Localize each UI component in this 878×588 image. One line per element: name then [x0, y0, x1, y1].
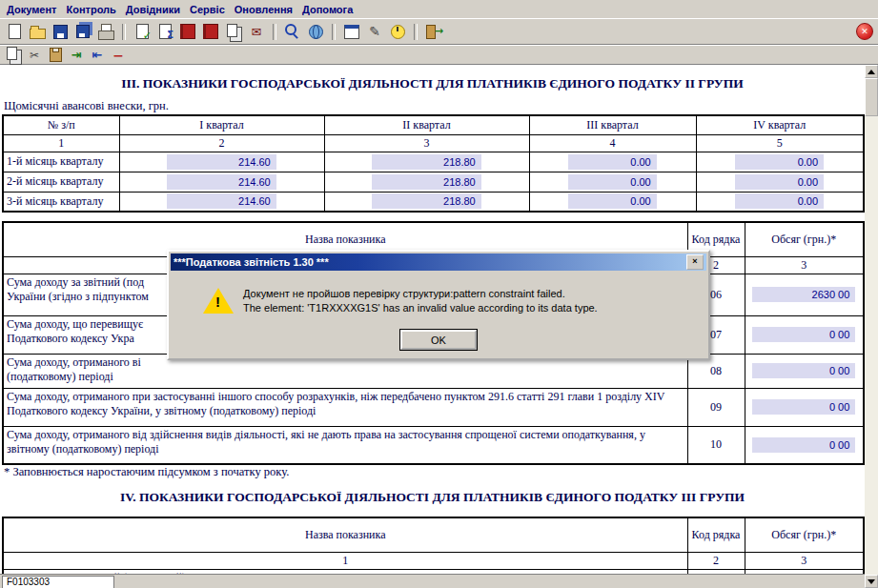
amount-field[interactable]: 214.60 [167, 193, 276, 209]
edit-icon[interactable] [365, 22, 384, 41]
amount-field[interactable]: 218.80 [372, 193, 480, 209]
t3-header-cell: Код рядка [687, 517, 745, 552]
registers-icon[interactable] [178, 22, 197, 41]
menu-item-control[interactable]: Контроль [64, 2, 123, 17]
reference-book-icon[interactable] [201, 22, 220, 41]
dialog-message-line1: Документ не пройшов перевірку структури:… [243, 287, 598, 301]
vertical-scrollbar[interactable] [865, 65, 878, 588]
row-label: Сума доходу, отриманого від здійснення в… [3, 426, 687, 464]
form-tab[interactable]: F0103303 [2, 576, 114, 588]
t1-colnum: 2 [119, 134, 324, 152]
t1-header-cell: III квартал [529, 115, 696, 134]
exit-icon[interactable] [424, 22, 443, 41]
amount-field[interactable]: 0 00 [752, 327, 855, 342]
amount-field[interactable]: 0.00 [568, 193, 656, 209]
insert-row-icon[interactable] [89, 47, 106, 63]
ok-button[interactable]: OK [400, 330, 477, 350]
menu-item-document[interactable]: Документ [5, 2, 64, 17]
table-row: 1-й місяць кварталу 214.60 218.80 0.00 0… [3, 152, 864, 172]
properties-icon[interactable] [342, 22, 361, 41]
scroll-down-icon[interactable] [865, 575, 878, 588]
t1-colnum: 4 [529, 134, 696, 152]
warning-exclamation: ! [215, 294, 220, 309]
print-icon[interactable] [96, 22, 115, 41]
toolbar-separator [122, 24, 126, 40]
footnote: * Заповнюється наростаючим підсумком з п… [4, 465, 289, 479]
t3-header-cell: Назва показника [3, 517, 687, 552]
column-number-row: 1 2 3 4 5 [3, 134, 864, 152]
amount-field[interactable]: 0.00 [735, 154, 824, 170]
close-app-icon[interactable] [856, 23, 873, 40]
open-icon[interactable] [28, 22, 47, 41]
amount-field[interactable]: 214.60 [167, 154, 276, 170]
check-document-icon[interactable] [133, 22, 152, 41]
web-update-icon[interactable] [306, 22, 325, 41]
save-all-icon[interactable] [73, 22, 92, 41]
amount-field[interactable]: 0.00 [568, 154, 656, 170]
dialog-close-icon[interactable]: × [686, 254, 704, 270]
amount-field[interactable]: 0 00 [752, 437, 855, 453]
scrollbar-thumb[interactable] [865, 78, 878, 116]
app-window: Документ Контроль Довідники Сервіс Оновл… [0, 0, 878, 588]
toolbar-separator [273, 24, 276, 40]
section3-subtitle: Щомісячні авансові внески, грн. [4, 99, 169, 113]
menu-item-help[interactable]: Допомога [300, 2, 360, 17]
t1-colnum: 5 [696, 134, 864, 152]
add-row-icon[interactable] [68, 47, 85, 63]
t1-header-cell: № з/п [3, 115, 119, 134]
copy-document-icon[interactable] [224, 22, 243, 41]
amount-field[interactable]: 0 00 [752, 363, 855, 378]
copy-rows-icon[interactable] [5, 47, 22, 63]
amount-field[interactable]: 218.80 [372, 174, 480, 190]
row-code: 09 [687, 388, 745, 426]
t2-colnum: 3 [745, 256, 864, 274]
table-row: 3-й місяць кварталу 214.60 218.80 0.00 0… [3, 192, 864, 212]
toolbar-separator [332, 24, 336, 40]
row-label: Сума доходу, отриманого при застосуванні… [3, 388, 687, 426]
main-toolbar [0, 18, 878, 45]
paste-rows-icon[interactable] [47, 47, 64, 63]
t1-header-cell: IV квартал [696, 115, 864, 134]
table-header-row: № з/п I квартал II квартал III квартал I… [3, 115, 864, 134]
menu-item-update[interactable]: Оновлення [233, 2, 300, 17]
amount-field[interactable]: 214.60 [167, 174, 276, 190]
dialog-title-bar[interactable]: ***Податкова звітність 1.30 *** × [171, 253, 706, 271]
dialog-message: Документ не пройшов перевірку структури:… [243, 287, 598, 315]
section4-title: IV. ПОКАЗНИКИ ГОСПОДАРСЬКОЇ ДІЯЛЬНОСТІ Д… [0, 490, 865, 505]
warning-icon: ! [203, 286, 234, 314]
table-row: Сума доходу, отриманого від здійснення в… [3, 426, 864, 464]
error-dialog: ***Податкова звітність 1.30 *** × ! Доку… [167, 250, 710, 360]
new-document-icon[interactable] [5, 22, 24, 41]
menu-item-service[interactable]: Сервіс [188, 2, 233, 17]
send-document-icon[interactable] [247, 22, 266, 41]
edit-toolbar [0, 45, 878, 65]
t3-colnum: 1 [3, 552, 687, 569]
toolbar-separator [414, 24, 418, 40]
amount-field[interactable]: 2630 00 [752, 287, 855, 302]
scroll-up-icon[interactable] [865, 65, 878, 78]
table-header-row: Назва показника Код рядка Обсяг (грн.)* [3, 517, 864, 552]
history-icon[interactable] [388, 22, 407, 41]
amount-field[interactable]: 218.80 [372, 154, 480, 170]
find-icon[interactable] [283, 22, 302, 41]
row-label: 1-й місяць кварталу [3, 152, 119, 172]
t1-colnum: 3 [324, 134, 529, 152]
t1-header-cell: I квартал [119, 115, 324, 134]
menu-bar: Документ Контроль Довідники Сервіс Оновл… [0, 0, 878, 18]
dialog-message-line2: The element: 'T1RXXXXG1S' has an invalid… [243, 301, 598, 315]
income-table-group3: Назва показника Код рядка Обсяг (грн.)* … [2, 517, 865, 574]
calculate-icon[interactable] [155, 22, 174, 41]
t1-colnum: 1 [3, 134, 119, 152]
table-row: Сума доходу, отриманого при застосуванні… [3, 388, 864, 426]
amount-field[interactable]: 0.00 [735, 193, 824, 209]
amount-field[interactable]: 0.00 [735, 174, 824, 190]
amount-field[interactable]: 0.00 [568, 174, 656, 190]
status-bar: F0103303 [0, 574, 865, 588]
menu-item-directories[interactable]: Довідники [124, 2, 188, 17]
row-label: 2-й місяць кварталу [3, 172, 119, 192]
cut-rows-icon[interactable] [26, 47, 43, 63]
row-code: 10 [687, 426, 745, 464]
amount-field[interactable]: 0 00 [752, 399, 855, 415]
delete-row-icon[interactable] [110, 47, 127, 63]
save-icon[interactable] [51, 22, 70, 41]
